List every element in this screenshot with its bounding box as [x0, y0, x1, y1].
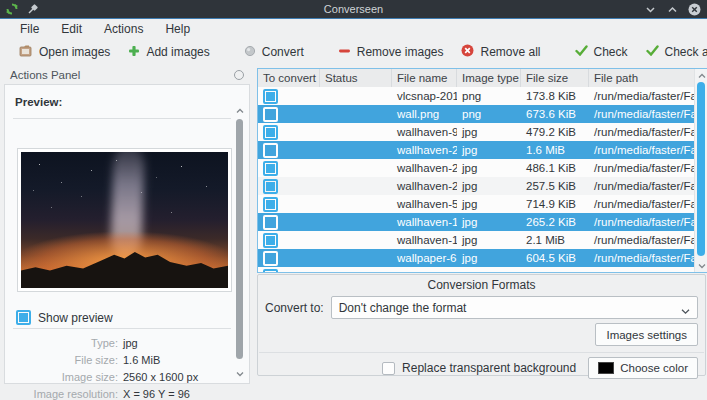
table-row[interactable]: wallhaven-10...jpg2.1 MiB/run/media/fast… [258, 231, 694, 249]
cell-file-name: wallpaper-68... [392, 252, 457, 264]
replace-background-checkbox[interactable] [382, 362, 395, 375]
check-all-button[interactable]: Check all [637, 42, 707, 62]
cell-file-size: 479.2 KiB [521, 126, 589, 138]
scroll-up-icon[interactable] [234, 105, 245, 116]
menu-actions[interactable]: Actions [94, 20, 153, 38]
actions-panel-header[interactable]: Actions Panel [2, 66, 252, 84]
scroll-up-icon[interactable] [696, 70, 707, 81]
check-button[interactable]: Check [566, 42, 637, 62]
window-title: Converseen [0, 3, 707, 15]
scroll-down-icon[interactable] [234, 368, 245, 379]
cell-file-name: wallhaven-96... [392, 126, 457, 138]
row-checkbox[interactable] [263, 215, 278, 230]
row-checkbox[interactable] [263, 251, 278, 266]
check-label: Check [594, 45, 628, 59]
row-checkbox-cell[interactable] [258, 107, 320, 122]
header-file-path[interactable]: File path [589, 69, 707, 87]
remove-images-label: Remove images [357, 45, 444, 59]
choose-color-button[interactable]: Choose color [588, 357, 698, 379]
menu-help[interactable]: Help [155, 20, 200, 38]
row-checkbox-cell[interactable] [258, 161, 320, 176]
dock-float-icon[interactable] [234, 70, 244, 80]
row-checkbox-cell[interactable] [258, 143, 320, 158]
titlebar[interactable]: Converseen [0, 0, 707, 19]
cell-file-path: /run/media/faster/Fast... [589, 90, 694, 102]
converseen-window: Converseen File Edit Actions Help [0, 0, 707, 400]
menu-edit[interactable]: Edit [51, 20, 92, 38]
row-checkbox[interactable] [263, 161, 278, 176]
dock-scrollbar[interactable] [234, 105, 245, 379]
convert-icon [244, 45, 256, 60]
row-checkbox[interactable] [263, 179, 278, 194]
row-checkbox-cell[interactable] [258, 89, 320, 104]
cell-file-size: 486.1 KiB [521, 162, 589, 174]
convert-to-label: Convert to: [265, 301, 324, 315]
cell-file-path: /run/media/faster/Fast... [589, 234, 694, 246]
row-checkbox[interactable] [263, 269, 278, 273]
row-checkbox-cell[interactable] [258, 233, 320, 248]
cell-file-path: /run/media/faster/Fast... [589, 180, 694, 192]
dock-scrollbar-thumb[interactable] [236, 119, 243, 359]
info-resolution-value: X = 96 Y = 96 [123, 388, 225, 400]
cell-file-size: 714.9 KiB [521, 198, 589, 210]
pin-icon[interactable] [25, 2, 39, 16]
table-row[interactable]: wallpaper-68...jpg604.5 KiB/run/media/fa… [258, 249, 694, 267]
scroll-down-icon[interactable] [696, 260, 707, 271]
format-select[interactable]: Don't change the format [331, 296, 698, 319]
add-icon [128, 45, 140, 60]
table-scrollbar[interactable] [694, 69, 707, 272]
header-file-size[interactable]: File size [521, 69, 589, 87]
row-checkbox-cell[interactable] [258, 197, 320, 212]
cell-image-type: jpg [457, 234, 521, 246]
row-checkbox[interactable] [263, 107, 278, 122]
header-status[interactable]: Status [320, 69, 392, 87]
row-checkbox[interactable] [263, 143, 278, 158]
row-checkbox-cell[interactable] [258, 125, 320, 140]
menubar: File Edit Actions Help [0, 19, 707, 39]
row-checkbox[interactable] [263, 89, 278, 104]
chevron-down-icon [681, 304, 690, 318]
header-file-name[interactable]: File name [392, 69, 457, 87]
row-checkbox[interactable] [263, 233, 278, 248]
cell-file-size: 673.6 KiB [521, 108, 589, 120]
header-image-type[interactable]: Image type [457, 69, 521, 87]
images-settings-button[interactable]: Images settings [595, 323, 698, 346]
add-images-button[interactable]: Add images [119, 42, 218, 63]
row-checkbox[interactable] [263, 197, 278, 212]
row-checkbox[interactable] [263, 125, 278, 140]
table-row[interactable]: wall.pngpng673.6 KiB/run/media/faster/Fa… [258, 105, 694, 123]
open-images-button[interactable]: Open images [10, 41, 119, 63]
table-row[interactable]: wallhaven-27...jpg257.5 KiB/run/media/fa… [258, 177, 694, 195]
table-row[interactable] [258, 267, 694, 272]
row-checkbox-cell[interactable] [258, 215, 320, 230]
maximize-button[interactable] [665, 2, 679, 16]
divider [259, 352, 704, 353]
remove-icon [338, 45, 351, 60]
cell-file-name: vlcsnap-2013... [392, 90, 457, 102]
row-checkbox-cell[interactable] [258, 251, 320, 266]
cell-file-name: wallhaven-27... [392, 180, 457, 192]
minimize-button[interactable] [643, 2, 657, 16]
cell-image-type: jpg [457, 126, 521, 138]
convert-button[interactable]: Convert [235, 42, 313, 63]
group-title: Conversion Formats [258, 278, 705, 292]
table-row[interactable]: vlcsnap-2013...png173.8 KiB/run/media/fa… [258, 87, 694, 105]
cell-file-size: 265.2 KiB [521, 216, 589, 228]
table-row[interactable]: wallhaven-24...jpg1.6 MiB/run/media/fast… [258, 141, 694, 159]
close-button[interactable] [687, 2, 701, 16]
table-row[interactable]: wallhaven-26...jpg486.1 KiB/run/media/fa… [258, 159, 694, 177]
table-row[interactable]: wallhaven-56...jpg714.9 KiB/run/media/fa… [258, 195, 694, 213]
table-row[interactable]: wallhaven-96...jpg479.2 KiB/run/media/fa… [258, 123, 694, 141]
row-checkbox-cell[interactable] [258, 179, 320, 194]
header-to-convert[interactable]: To convert [258, 69, 320, 87]
table-scrollbar-thumb[interactable] [697, 82, 705, 256]
row-checkbox-cell[interactable] [258, 269, 320, 273]
show-preview-checkbox[interactable] [16, 310, 31, 325]
remove-all-button[interactable]: Remove all [452, 41, 549, 63]
menu-file[interactable]: File [10, 20, 49, 38]
remove-images-button[interactable]: Remove images [329, 42, 453, 63]
table-row[interactable]: wallhaven-10...jpg265.2 KiB/run/media/fa… [258, 213, 694, 231]
cell-file-name: wallhaven-56... [392, 198, 457, 210]
add-images-label: Add images [146, 45, 209, 59]
conversion-formats-group: Conversion Formats Convert to: Don't cha… [257, 274, 706, 376]
